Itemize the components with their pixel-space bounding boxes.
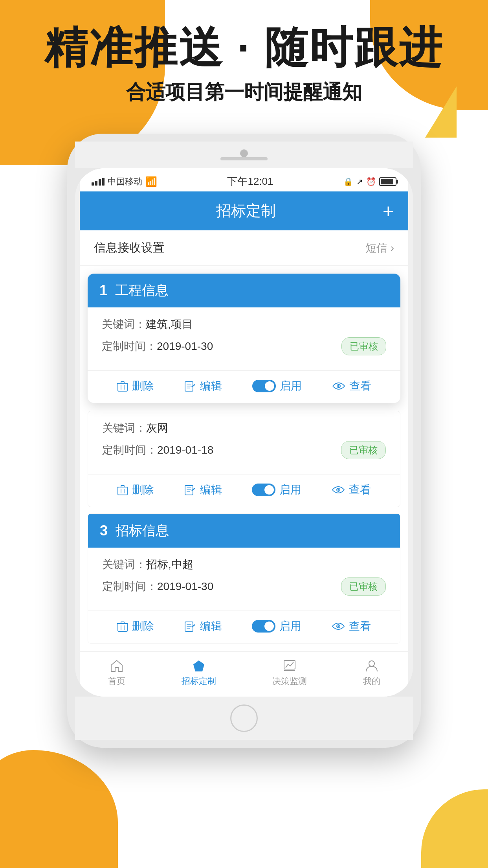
status-left: 中国移动 📶 [92,176,157,188]
carrier-name: 中国移动 [108,176,142,188]
delete-button[interactable]: 删除 [117,379,154,394]
card-3-title: 招标信息 [116,522,169,540]
svg-rect-0 [118,383,127,391]
delete-button-2[interactable]: 删除 [117,482,154,497]
info-receive-section[interactable]: 信息接收设置 短信 › [80,230,408,266]
card-2-keyword-row: 关键词：灰网 [102,421,386,436]
toggle-switch-3[interactable] [252,620,275,633]
nav-item-monitor[interactable]: 决策监测 [272,659,307,687]
phone-screen: 中国移动 📶 下午12:01 🔒 ↗ ⏰ [80,168,408,697]
card-2-body: 关键词：灰网 定制时间：2019-01-18 已审核 [88,411,400,474]
card-2-date-row: 定制时间：2019-01-18 已审核 [102,441,386,459]
keyword-label: 关键词：建筑,项目 [102,317,193,332]
view-button-2[interactable]: 查看 [332,482,371,497]
card-1-date-row: 定制时间：2019-01-30 已审核 [102,337,386,355]
info-receive-right: 短信 › [365,241,394,256]
status-time: 下午12:01 [227,175,273,188]
card-1-title: 工程信息 [115,281,169,300]
phone-inner: 中国移动 📶 下午12:01 🔒 ↗ ⏰ [75,168,413,697]
camera [240,149,248,157]
edit-icon-2 [184,484,196,496]
hero-section: 精准推送 · 随时跟进 合适项目第一时间提醒通知 [0,24,488,105]
card-2: 关键词：灰网 定制时间：2019-01-18 已审核 [88,411,400,507]
svg-point-39 [369,661,374,666]
hero-subtitle-suffix: 提醒通知 [283,81,362,103]
nav-label-home: 首页 [108,675,125,687]
app-header-title: 招标定制 [216,201,276,221]
view-button-3[interactable]: 查看 [332,619,371,634]
signal-bar-2 [95,181,97,186]
card-3-actions: 删除 编辑 [88,611,400,643]
home-button-area [75,697,413,740]
home-circle[interactable] [230,704,258,732]
trash-icon-3 [117,620,128,632]
info-receive-value: 短信 [365,241,387,256]
eye-icon [332,381,345,391]
battery-fill [381,179,393,184]
toggle-switch-2[interactable] [252,484,275,496]
nav-item-custom[interactable]: 招标定制 [182,659,216,687]
app-header: 招标定制 + [80,191,408,230]
hero-subtitle-bold: 合适项目 [126,81,205,103]
date-label-2: 定制时间：2019-01-18 [102,443,213,458]
bg-blob-bottom-right [421,789,488,868]
hero-subtitle-first: 第一时间 [205,81,283,103]
card-3: 3 招标信息 关键词：招标,中超 定制时间：2019-01-30 已审核 [88,513,400,644]
chart-icon [283,659,297,673]
svg-point-11 [338,385,339,387]
alarm-icon: ⏰ [366,177,376,186]
signal-bar-1 [92,182,94,186]
phone-outer: 中国移动 📶 下午12:01 🔒 ↗ ⏰ [67,134,421,748]
info-receive-label: 信息接收设置 [94,240,165,256]
phone-top [75,142,413,168]
eye-icon-2 [332,485,345,495]
svg-rect-37 [284,660,295,669]
nav-item-profile[interactable]: 我的 [363,659,380,687]
card-3-body: 关键词：招标,中超 定制时间：2019-01-30 已审核 [88,548,400,611]
enable-button-2[interactable]: 启用 [252,482,301,497]
edit-button[interactable]: 编辑 [184,379,222,394]
diamond-icon [192,659,206,673]
add-button[interactable]: + [383,201,394,221]
delete-button-3[interactable]: 删除 [117,619,154,634]
svg-rect-24 [118,623,127,631]
nav-item-home[interactable]: 首页 [108,659,125,687]
enable-button-3[interactable]: 启用 [252,619,301,634]
enable-button[interactable]: 启用 [252,379,302,394]
signal-bar-4 [102,178,105,186]
nav-label-monitor: 决策监测 [272,675,307,687]
card-2-status-badge: 已审核 [341,441,386,459]
card-1-body: 关键词：建筑,项目 定制时间：2019-01-30 已审核 [88,307,400,370]
card-1-actions: 删除 编辑 [88,370,400,403]
toggle-switch[interactable] [252,380,276,392]
date-label: 定制时间：2019-01-30 [102,339,213,354]
card-1-header: 1 工程信息 [88,274,400,307]
bg-blob-bottom [0,750,118,868]
wifi-icon: 📶 [145,176,157,187]
card-1-keyword-row: 关键词：建筑,项目 [102,317,386,332]
speaker [220,157,268,160]
lock-icon: 🔒 [343,177,353,186]
card-3-number: 3 [100,522,108,539]
edit-icon-3 [184,620,196,632]
svg-point-23 [338,489,339,491]
card-1: 1 工程信息 关键词：建筑,项目 定制时间：2019-01-30 已审核 [88,274,400,403]
edit-icon [184,380,196,392]
edit-button-3[interactable]: 编辑 [184,619,222,634]
nav-label-custom: 招标定制 [182,675,216,687]
user-icon [365,659,379,673]
card-1-status-badge: 已审核 [341,337,386,355]
edit-button-2[interactable]: 编辑 [184,482,222,497]
location-icon: ↗ [356,177,363,186]
date-label-3: 定制时间：2019-01-30 [102,579,213,594]
battery [379,177,396,186]
view-button[interactable]: 查看 [332,379,371,394]
trash-icon-2 [117,484,128,496]
hero-subtitle: 合适项目第一时间提醒通知 [0,79,488,105]
svg-rect-12 [118,487,127,495]
trash-icon [117,380,128,392]
keyword-label-2: 关键词：灰网 [102,421,168,436]
card-3-keyword-row: 关键词：招标,中超 [102,557,386,572]
card-3-date-row: 定制时间：2019-01-30 已审核 [102,577,386,596]
keyword-label-3: 关键词：招标,中超 [102,557,193,572]
